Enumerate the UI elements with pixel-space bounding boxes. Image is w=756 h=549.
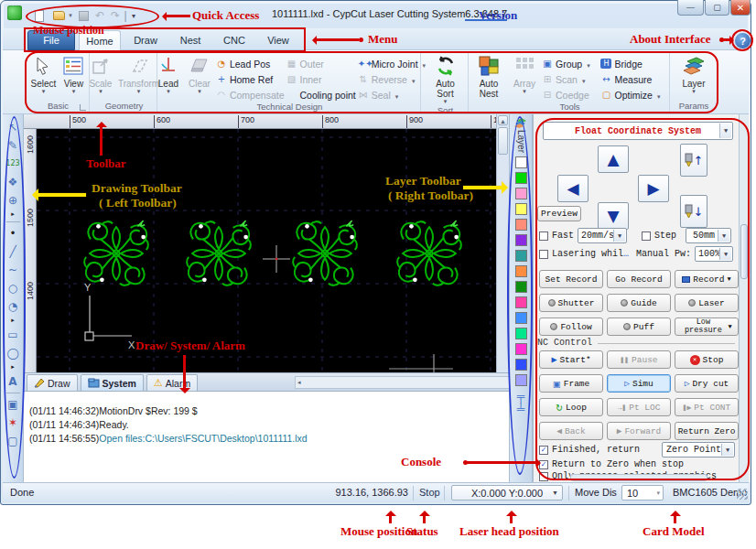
open-file-caret-icon[interactable]: ▾ (67, 8, 74, 23)
record-button[interactable]: Record▼ (675, 270, 739, 288)
tab-draw-view[interactable]: Draw (27, 374, 78, 391)
ellipse-tool-icon[interactable]: ◯ (5, 344, 22, 361)
pause-button[interactable]: ❚❚Pause (607, 350, 671, 369)
panel-horizontal-scrollbar[interactable] (570, 474, 707, 481)
micro-joint-button[interactable]: ✦✦Micro Joint (358, 57, 426, 70)
coordinate-system-dropdown[interactable]: Float Coordinate System▼ (543, 122, 733, 140)
scrollbar-thumb[interactable] (740, 224, 748, 279)
edit-node-tool-icon[interactable]: ✎ (5, 136, 22, 154)
drawing-canvas[interactable]: Y X (37, 129, 496, 372)
layer-color-swatch[interactable] (515, 328, 527, 339)
save-icon[interactable] (77, 8, 90, 23)
scroll-left-icon[interactable]: ◂ (297, 379, 301, 386)
rectangle-tool-icon[interactable]: ▭ (5, 326, 22, 343)
layer-color-swatch[interactable] (515, 234, 527, 246)
layer-color-swatch[interactable] (515, 374, 527, 386)
layer-color-swatch[interactable] (515, 281, 527, 293)
maximize-button[interactable]: ▢ (705, 0, 729, 16)
pan-tool-icon[interactable]: ❖ (5, 173, 22, 190)
compensate-button[interactable]: ◠Compensate (216, 88, 285, 102)
tab-view[interactable]: View (258, 30, 298, 50)
tab-cnc[interactable]: CNC (214, 30, 254, 50)
layer-color-swatch[interactable] (515, 188, 527, 199)
coedge-button[interactable]: ⊟Coedge (542, 88, 598, 102)
stop-button[interactable]: ✕Stop (675, 350, 739, 369)
loop-button[interactable]: ↻Loop (539, 398, 603, 416)
lead-pos-button[interactable]: ◔Lead Pos (216, 57, 285, 70)
line-tool-icon[interactable]: ╱ (5, 242, 22, 260)
layer-color-swatch[interactable] (515, 172, 527, 184)
preview-button[interactable]: Preview (537, 206, 581, 221)
arc-tool-icon[interactable]: ◔ (5, 297, 22, 315)
return-zero-button[interactable]: Return Zero (675, 422, 739, 440)
lasering-checkbox[interactable] (539, 250, 548, 259)
back-button[interactable]: ◀Back (539, 422, 603, 440)
layer-color-swatch[interactable] (515, 219, 527, 231)
layer-color-swatch[interactable] (515, 265, 527, 277)
move-dis-dropdown[interactable]: 10 ▾ (621, 485, 664, 501)
help-icon[interactable]: ? (735, 33, 751, 48)
tab-draw[interactable]: Draw (124, 30, 167, 50)
dialog-launcher-icon[interactable] (80, 104, 86, 111)
set-record-button[interactable]: Set Record (539, 270, 603, 288)
layer-color-swatch[interactable] (515, 250, 527, 262)
zoom-tool-icon[interactable]: ⊕ (5, 191, 22, 209)
tab-home[interactable]: Home (79, 30, 121, 50)
log-line-link[interactable]: Open files:C:\Users\FSCUT\Desktop\101111… (99, 433, 307, 444)
magic-wand-tool-icon[interactable]: ✶ (5, 414, 22, 431)
follow-button[interactable]: Follow (539, 318, 603, 336)
jog-down-button[interactable]: ▼ (598, 202, 629, 230)
reverse-button[interactable]: ⇅Reverse (358, 72, 426, 86)
finished-return-checkbox[interactable]: ✓ (539, 446, 548, 455)
tab-alarm[interactable]: ⚠ Alarm (146, 374, 198, 391)
minimize-button[interactable]: — (677, 0, 704, 16)
move-layer-top-icon[interactable]: ╤ (517, 390, 525, 403)
go-record-button[interactable]: Go Record (607, 270, 671, 288)
group-button[interactable]: ▣Group (542, 57, 598, 70)
inner-button[interactable]: ▨Inner (286, 72, 355, 86)
forward-button[interactable]: ▶Forward (607, 422, 671, 440)
dry-cut-button[interactable]: ▷Dry cut (675, 374, 739, 393)
undo-icon[interactable]: ↶ (93, 8, 106, 23)
jog-right-button[interactable]: ▶ (638, 175, 669, 202)
scrollbar-thumb[interactable] (498, 127, 508, 155)
layer-color-swatch[interactable] (515, 312, 527, 324)
layer-color-swatch[interactable] (515, 203, 527, 215)
pt-cont-button[interactable]: ❚▶Pt CONT (675, 398, 739, 416)
simu-button[interactable]: ▷Simu (607, 374, 671, 393)
nozzle-up-button[interactable]: ↑ (680, 144, 707, 177)
scan-button[interactable]: ⊞Scan (542, 72, 598, 86)
layer-button[interactable]: Layer (679, 53, 708, 95)
layer-color-swatch[interactable] (515, 343, 527, 355)
auto-sort-button[interactable]: Auto Sort (425, 53, 467, 105)
panel-vertical-scrollbar[interactable] (739, 114, 749, 482)
open-file-icon[interactable] (51, 8, 66, 23)
tab-system-log[interactable]: System (81, 374, 144, 391)
optimize-button[interactable]: ▢Optimize (600, 88, 669, 102)
jog-up-button[interactable]: ▲ (598, 145, 629, 173)
tool-flyout-arrow-icon[interactable]: ▸ (5, 362, 22, 371)
step-checkbox[interactable] (642, 231, 651, 241)
only-selected-checkbox[interactable] (539, 472, 548, 481)
select-tool-icon[interactable]: ↖ (5, 118, 22, 135)
circle-tool-icon[interactable]: ○ (5, 279, 22, 296)
view-frame-tool-icon[interactable]: ▣ (5, 395, 22, 413)
array-button[interactable]: Array (510, 53, 539, 95)
clear-button[interactable]: Clear (185, 53, 214, 95)
shutter-button[interactable]: Shutter (539, 294, 603, 312)
guide-button[interactable]: Guide (607, 294, 671, 312)
laser-button[interactable]: Laser (675, 294, 739, 312)
lead-button[interactable]: Lead (154, 53, 183, 95)
low-pressure-button[interactable]: Low pressure▼ (675, 318, 739, 336)
nozzle-down-button[interactable]: ↓ (680, 195, 707, 228)
zero-point-dropdown[interactable]: Zero Point▼ (662, 442, 735, 458)
pt-loc-button[interactable]: →❚Pt LOC (607, 398, 671, 416)
puff-button[interactable]: Puff (607, 318, 671, 336)
home-ref-button[interactable]: +Home Ref (216, 72, 285, 86)
layer-color-swatch[interactable] (515, 156, 527, 168)
resize-grip[interactable] (737, 489, 748, 500)
text-tool-icon[interactable]: A (5, 372, 22, 390)
outer-button[interactable]: ▦Outer (286, 57, 355, 70)
canvas-vertical-scrollbar[interactable]: ▲ (496, 114, 509, 372)
numbering-tool-icon[interactable]: 123 (5, 155, 22, 172)
